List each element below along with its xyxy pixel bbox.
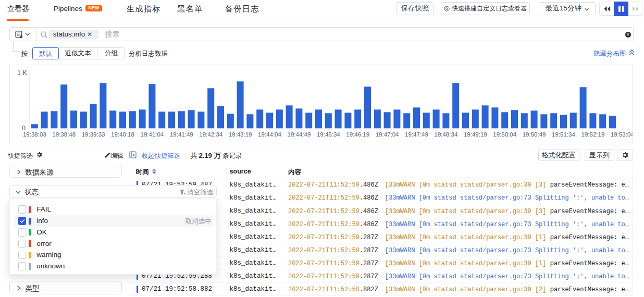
svg-text:19:40:18: 19:40:18 bbox=[111, 131, 134, 138]
svg-text:19:47:49: 19:47:49 bbox=[405, 131, 428, 138]
svg-text:19:47:04: 19:47:04 bbox=[376, 131, 399, 138]
svg-text:19:41:49: 19:41:49 bbox=[170, 131, 193, 138]
svg-text:19:50:49: 19:50:49 bbox=[523, 131, 546, 138]
svg-text:0: 0 bbox=[22, 125, 26, 132]
svg-text:19:46:19: 19:46:19 bbox=[346, 131, 370, 138]
svg-text:19:50:04: 19:50:04 bbox=[493, 131, 517, 138]
svg-text:19:39:33: 19:39:33 bbox=[82, 131, 105, 138]
svg-text:19:44:04: 19:44:04 bbox=[258, 131, 281, 138]
svg-text:19:45:34: 19:45:34 bbox=[317, 131, 340, 138]
svg-text:19:38:48: 19:38:48 bbox=[53, 131, 76, 138]
svg-text:19:52:19: 19:52:19 bbox=[581, 131, 605, 138]
svg-text:19:44:49: 19:44:49 bbox=[288, 131, 311, 138]
svg-text:19:42:34: 19:42:34 bbox=[200, 131, 223, 138]
svg-text:19:49:19: 19:49:19 bbox=[464, 131, 487, 138]
svg-text:19:38:03: 19:38:03 bbox=[23, 131, 46, 138]
svg-text:19:43:19: 19:43:19 bbox=[229, 131, 252, 138]
svg-text:19:53:04: 19:53:04 bbox=[611, 131, 633, 138]
svg-text:19:41:04: 19:41:04 bbox=[141, 131, 164, 138]
svg-text:19:51:34: 19:51:34 bbox=[552, 131, 575, 138]
svg-text:1 K: 1 K bbox=[17, 69, 27, 77]
svg-text:19:48:34: 19:48:34 bbox=[435, 131, 458, 138]
